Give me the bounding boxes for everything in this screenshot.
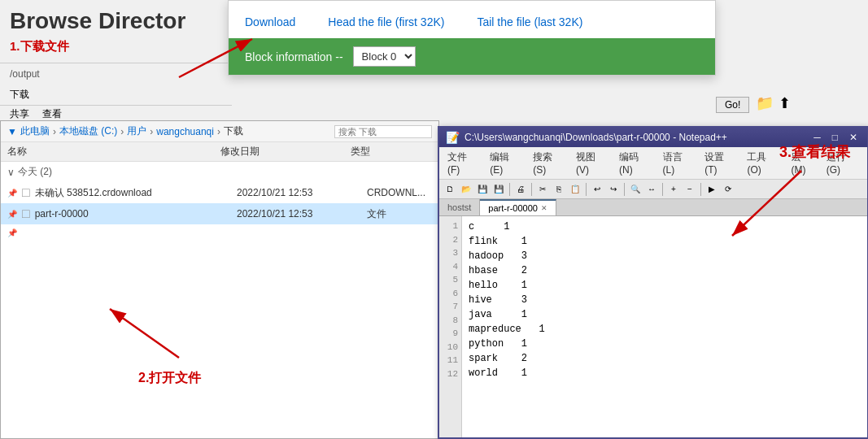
minimize-btn[interactable]: ─ <box>810 132 824 143</box>
breadcrumb-arrow: ▼ <box>7 126 17 137</box>
toolbar-sep2 <box>531 183 532 196</box>
menu-lang[interactable]: 语言(L) <box>658 149 699 177</box>
tail-file-link[interactable]: Tail the file (last 32K) <box>477 15 582 28</box>
block-info-label: Block information -- <box>245 50 343 63</box>
code-line-11: world 1 <box>469 366 861 380</box>
code-line-12 <box>469 380 861 395</box>
tab-hostst[interactable]: hostst <box>439 199 480 215</box>
ln-10: 10 <box>443 341 458 354</box>
redo-icon[interactable]: ↪ <box>606 182 621 197</box>
tab-part[interactable]: part-r-00000 ✕ <box>480 199 556 215</box>
annotation-2: 2.打开文件 <box>138 370 201 387</box>
code-line-9: python 1 <box>469 337 861 351</box>
path-display: /output <box>0 63 232 85</box>
file-date-2: 2022/10/21 12:53 <box>237 208 367 220</box>
notepad-window: 📝 C:\Users\wangchuanqi\Downloads\part-r-… <box>438 126 868 439</box>
menu-edit[interactable]: 编辑(E) <box>485 149 526 177</box>
go-button[interactable]: Go! <box>716 97 749 113</box>
head-file-link[interactable]: Head the file (first 32K) <box>328 15 444 28</box>
replace-icon[interactable]: ↔ <box>644 182 659 197</box>
toolbar-sep3 <box>586 183 587 196</box>
undo-icon[interactable]: ↩ <box>590 182 604 197</box>
toolbar-sep1 <box>509 183 510 196</box>
file-action-links: Download Head the file (first 32K) Tail … <box>229 9 715 38</box>
toolbar-sep6 <box>700 183 701 196</box>
tab-close-icon[interactable]: ✕ <box>541 204 547 212</box>
file-date-1: 2022/10/21 12:53 <box>237 187 367 198</box>
menu-encode[interactable]: 编码(N) <box>614 149 656 177</box>
ln-6: 6 <box>443 287 458 301</box>
open-icon[interactable]: 📂 <box>459 182 473 197</box>
menu-settings[interactable]: 设置(T) <box>700 149 740 177</box>
file-item-crdownload[interactable]: 📌 □ 未确认 538512.crdownload 2022/10/21 12:… <box>1 182 438 203</box>
notepad-icon: 📝 <box>446 131 460 144</box>
breadcrumb-search[interactable] <box>334 125 432 138</box>
code-area[interactable]: c 1 flink 1 hadoop 3 hbase 2 hello 1 hiv… <box>462 216 867 437</box>
block-info-bar: Block information -- Block 0 Block 1 Blo… <box>229 38 715 75</box>
breadcrumb-pc[interactable]: 此电脑 <box>20 124 50 138</box>
zoom-in-icon[interactable]: + <box>666 182 681 197</box>
nav-view[interactable]: 查看 <box>42 107 62 121</box>
file-list-header: 名称 修改日期 类型 <box>1 142 438 162</box>
ln-9: 9 <box>443 327 458 341</box>
macro-icon[interactable]: ▶ <box>704 182 719 197</box>
pin-icon-3: 📌 <box>7 228 17 237</box>
menu-file[interactable]: 文件(F) <box>443 149 483 177</box>
nav-icon[interactable]: ⬆ <box>779 95 791 111</box>
print-icon[interactable]: 🖨 <box>513 182 528 197</box>
copy-icon[interactable]: ⎘ <box>552 182 566 197</box>
breadcrumb-sep1: › <box>53 126 56 137</box>
breadcrumb-users[interactable]: 用户 <box>127 124 146 138</box>
zoom-out-icon[interactable]: − <box>683 182 697 197</box>
breadcrumb-user[interactable]: wangchuanqi <box>156 126 214 137</box>
file-group: ∨ 今天 (2) <box>1 162 438 182</box>
browse-title: Browse Director <box>0 0 232 37</box>
find-icon[interactable]: 🔍 <box>628 182 643 197</box>
ln-5: 5 <box>443 273 458 287</box>
code-line-10: spark 2 <box>469 351 861 366</box>
ln-12: 12 <box>443 367 458 381</box>
paste-icon[interactable]: 📋 <box>568 182 582 197</box>
block-select[interactable]: Block 0 Block 1 Block 2 <box>353 46 416 67</box>
ln-7: 7 <box>443 300 458 314</box>
ln-4: 4 <box>443 260 458 274</box>
close-btn[interactable]: ✕ <box>846 132 861 143</box>
annotation-3: 3.查看结果 <box>779 142 850 162</box>
pin-icon-2: 📌 <box>7 210 17 219</box>
ln-8: 8 <box>443 314 458 328</box>
download-link[interactable]: Download <box>245 15 295 28</box>
code-line-3: hadoop 3 <box>469 249 861 263</box>
menu-view[interactable]: 视图(V) <box>571 149 613 177</box>
file-item-part[interactable]: 📌 □ part-r-00000 2022/10/21 12:53 文件 <box>1 203 438 224</box>
folder-icon[interactable]: 📁 <box>756 95 774 111</box>
saveall-icon[interactable]: 💾 <box>491 182 506 197</box>
code-line-7: java 1 <box>469 307 861 322</box>
tab-part-label: part-r-00000 <box>488 203 538 213</box>
toolbar-sep5 <box>662 183 663 196</box>
menu-tools[interactable]: 工具(O) <box>742 149 784 177</box>
nav-share[interactable]: 共享 <box>10 107 29 121</box>
code-line-5: hello 1 <box>469 278 861 293</box>
ln-2: 2 <box>443 233 458 247</box>
ln-11: 11 <box>443 354 458 367</box>
code-line-6: hive 3 <box>469 293 861 307</box>
ln-3: 3 <box>443 246 458 260</box>
sync-icon[interactable]: ⟳ <box>721 182 735 197</box>
maximize-btn[interactable]: □ <box>829 132 841 143</box>
menu-search[interactable]: 搜索(S) <box>528 149 569 177</box>
nav-download: 下载 <box>10 88 29 102</box>
code-line-4: hbase 2 <box>469 263 861 278</box>
col-date: 修改日期 <box>220 145 351 159</box>
cut-icon[interactable]: ✂ <box>535 182 550 197</box>
code-line-2: flink 1 <box>469 234 861 249</box>
code-line-1: c 1 <box>469 220 861 234</box>
toolbar-sep4 <box>624 183 625 196</box>
new-icon[interactable]: 🗋 <box>443 182 457 197</box>
save-icon[interactable]: 💾 <box>475 182 490 197</box>
file-icon-2: □ <box>22 206 30 221</box>
pin-row: 📌 <box>1 224 438 240</box>
breadcrumb-sep4: › <box>217 126 220 137</box>
file-name-2: part-r-00000 <box>35 208 89 220</box>
breadcrumb-drive[interactable]: 本地磁盘 (C:) <box>59 124 117 138</box>
ln-1: 1 <box>443 220 458 233</box>
